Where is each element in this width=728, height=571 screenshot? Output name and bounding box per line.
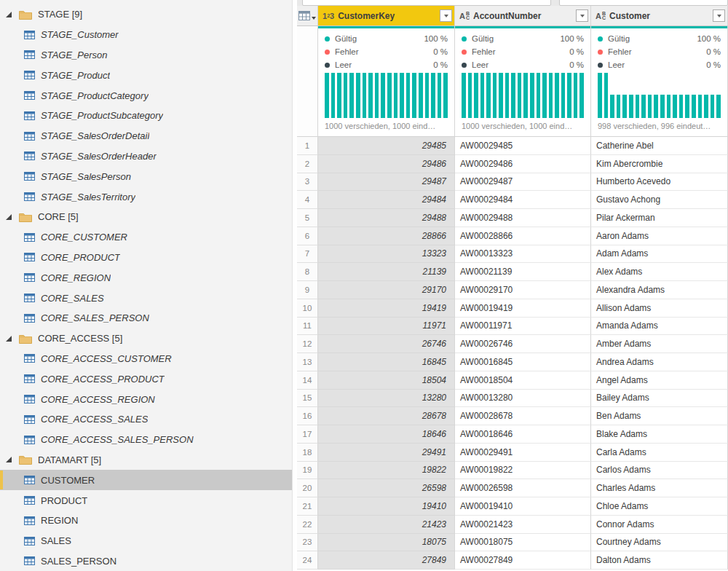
histogram-bar[interactable] [549,73,553,118]
cell-customerkey[interactable]: 29491 [318,444,455,462]
histogram-bar[interactable] [331,73,336,118]
cell-customerkey[interactable]: 28678 [318,407,455,425]
cell-customer[interactable]: Blake Adams [591,425,728,444]
query-group-core-access-5[interactable]: CORE_ACCESS [5] [0,328,292,349]
filter-dropdown-button[interactable] [440,9,452,22]
cell-accountnumber[interactable]: AW00018646 [455,425,591,444]
histogram-bar[interactable] [555,73,559,118]
histogram-bar[interactable] [381,73,385,118]
histogram-bar[interactable] [480,73,485,118]
histogram-bar[interactable] [425,73,430,118]
histogram-bar[interactable] [716,95,721,118]
histogram-bar[interactable] [574,73,578,118]
cell-customer[interactable]: Amanda Adams [591,318,728,336]
cell-customerkey[interactable]: 26746 [318,335,455,353]
query-group-datamart-5[interactable]: DATAMART [5] [0,450,292,470]
cell-customerkey[interactable]: 19822 [318,462,455,480]
histogram-bar[interactable] [349,73,354,118]
text-type-icon[interactable]: ABC [596,12,606,20]
cell-customerkey[interactable]: 26598 [318,479,455,497]
histogram-bar[interactable] [474,73,478,118]
cell-customer[interactable]: Aaron Adams [591,227,728,245]
cell-accountnumber[interactable]: AW00013280 [455,390,591,408]
histogram-bar[interactable] [493,73,497,118]
filter-dropdown-button[interactable] [576,9,588,22]
cell-accountnumber[interactable]: AW00016845 [455,353,591,371]
cell-customerkey[interactable]: 13323 [318,245,455,264]
histogram-bar[interactable] [629,95,633,118]
cell-customerkey[interactable]: 29170 [318,281,455,299]
cell-customerkey[interactable]: 21139 [318,263,455,281]
cell-customerkey[interactable]: 13280 [318,390,455,408]
histogram-bar[interactable] [325,73,329,118]
filter-dropdown-button[interactable] [713,9,725,22]
cell-customer[interactable]: Chloe Adams [591,497,728,516]
cell-customer[interactable]: Carla Adams [591,444,728,462]
query-item-core-customer[interactable]: CORE_CUSTOMER [0,227,292,248]
histogram-bar[interactable] [636,95,640,118]
query-item-stage-salesterritory[interactable]: STAGE_SalesTerritory [0,186,292,207]
cell-customer[interactable]: Angel Adams [591,371,728,390]
cell-customer[interactable]: Ben Adams [591,407,728,425]
query-item-core-access-customer[interactable]: CORE_ACCESS_CUSTOMER [0,349,292,369]
query-item-stage-productsubcategory[interactable]: STAGE_ProductSubcategory [0,106,292,126]
cell-accountnumber[interactable]: AW00013323 [455,245,591,264]
query-item-sales-person[interactable]: SALES_PERSON [0,551,292,571]
table-menu-button[interactable] [297,6,318,26]
histogram-bar[interactable] [542,73,547,118]
histogram-bar[interactable] [337,73,341,118]
query-item-stage-productcategory[interactable]: STAGE_ProductCategory [0,85,292,106]
histogram-bar[interactable] [673,95,677,118]
histogram-bar[interactable] [400,73,404,118]
cell-customerkey[interactable]: 18504 [318,371,455,390]
text-type-icon[interactable]: ABC [459,12,470,20]
cell-customer[interactable]: Alex Adams [591,263,728,281]
cell-customer[interactable]: Andrea Adams [591,353,728,371]
cell-customerkey[interactable]: 29487 [318,173,455,192]
histogram-bar[interactable] [499,73,503,118]
column-header-customer[interactable]: ABCCustomer [591,6,728,26]
cell-customer[interactable]: Charles Adams [591,479,728,497]
query-item-product[interactable]: PRODUCT [0,490,292,511]
histogram-bar[interactable] [579,73,584,118]
cell-accountnumber[interactable]: AW00029485 [455,137,591,155]
histogram-bar[interactable] [344,73,348,118]
cell-customerkey[interactable]: 19410 [318,497,455,516]
histogram-bar[interactable] [567,73,571,118]
histogram-bar[interactable] [468,73,472,118]
cell-customer[interactable]: Humberto Acevedo [591,173,728,192]
histogram-bar[interactable] [537,73,541,118]
histogram-bar[interactable] [641,95,646,118]
cell-customer[interactable]: Allison Adams [591,299,728,318]
histogram-bar[interactable] [648,95,652,118]
histogram-bar[interactable] [438,73,442,118]
cell-customer[interactable]: Bailey Adams [591,390,728,408]
cell-customer[interactable]: Carlos Adams [591,462,728,480]
histogram-bar[interactable] [530,73,534,118]
histogram-bar[interactable] [419,73,423,118]
cell-customer[interactable]: Dalton Adams [591,551,728,570]
histogram-bar[interactable] [443,73,448,118]
histogram-bar[interactable] [518,73,522,118]
histogram-bar[interactable] [368,73,373,118]
histogram-bar[interactable] [523,73,528,118]
cell-accountnumber[interactable]: AW00026598 [455,479,591,497]
query-item-core-access-sales-person[interactable]: CORE_ACCESS_SALES_PERSON [0,430,292,450]
query-item-stage-salesorderheader[interactable]: STAGE_SalesOrderHeader [0,146,292,167]
histogram-bar[interactable] [679,95,684,118]
cell-customerkey[interactable]: 28866 [318,227,455,245]
cell-customer[interactable]: Courtney Adams [591,534,728,552]
cell-customer[interactable]: Amber Adams [591,335,728,353]
histogram-bar[interactable] [561,73,566,118]
histogram-bar[interactable] [406,73,411,118]
pane-splitter[interactable] [292,0,297,571]
cell-accountnumber[interactable]: AW00029491 [455,444,591,462]
histogram-bar[interactable] [486,73,491,118]
cell-customerkey[interactable]: 11971 [318,318,455,336]
cell-customerkey[interactable]: 29485 [318,137,455,155]
cell-customer[interactable]: Kim Abercrombie [591,155,728,173]
expand-arrow-icon[interactable] [6,457,12,462]
histogram-bar[interactable] [363,73,367,118]
cell-customerkey[interactable]: 29488 [318,209,455,227]
cell-accountnumber[interactable]: AW00029487 [455,173,591,192]
